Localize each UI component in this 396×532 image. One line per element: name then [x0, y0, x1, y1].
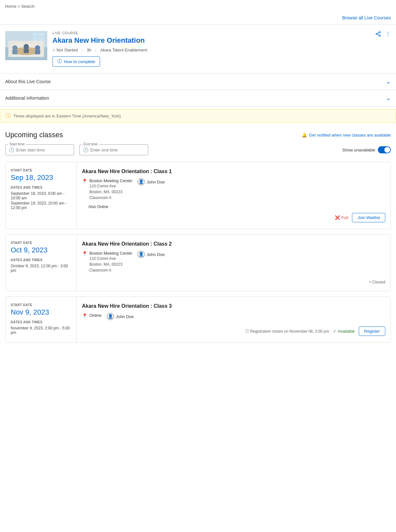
filters-row: Start time 🕐 End time 🕐 Show unavailable — [5, 144, 391, 155]
class-card-1: START DATE Sep 18, 2023 DATES AND TIMES … — [5, 162, 391, 229]
end-time-field: End time 🕐 — [79, 144, 148, 155]
class-2-dates-times-label: DATES AND TIMES — [11, 258, 71, 262]
class-3-date-col: START DATE Nov 9, 2023 DATES AND TIMES N… — [6, 297, 77, 342]
class-3-footer: ⓘ Registration closes on November 06, 2:… — [82, 323, 385, 336]
class-1-footer: ❌ Full Join Waitlist — [82, 209, 385, 222]
course-title: Akara New Hire Orientation — [52, 36, 391, 45]
class-2-name: Akara New Hire Orientation : Class 2 — [82, 241, 385, 247]
svg-point-14 — [376, 33, 378, 35]
breadcrumb-home[interactable]: Home — [5, 4, 17, 9]
class-3-dates-times-label: DATES AND TIMES — [11, 320, 71, 324]
top-bar: Browse all Live Courses — [0, 13, 396, 25]
class-3-start-date-label: START DATE — [11, 303, 71, 307]
accordion-additional-header[interactable]: Additional Information ⌄ — [0, 90, 396, 106]
toggle-switch[interactable] — [378, 146, 391, 153]
accordion-about: About this Live Course ⌄ — [0, 73, 396, 90]
class-2-instructor: 👤 John Doe — [138, 251, 165, 258]
meta-separator-1: | — [82, 48, 83, 52]
class-1-detail-col: Akara New Hire Orientation : Class 1 📍 B… — [77, 162, 390, 229]
course-provider: Akara Talent Enablement — [100, 48, 147, 52]
accordion-additional-chevron: ⌄ — [386, 94, 391, 102]
class-card-2: START DATE Oct 9, 2023 DATES AND TIMES O… — [5, 234, 391, 291]
class-3-datetime-1: November 9, 2023, 2:00 pm - 5:00 pm — [11, 326, 71, 335]
timezone-banner: ⓘ Times displayed are in Eastern Time (A… — [0, 109, 396, 123]
svg-point-8 — [35, 45, 40, 50]
class-3-start-date: Nov 9, 2023 — [11, 308, 71, 316]
class-3-reg-closes: ⓘ Registration closes on November 06, 2:… — [245, 328, 329, 334]
svg-rect-2 — [8, 41, 44, 57]
course-meta: Not Started | 3h | Akara Talent Enableme… — [52, 47, 391, 52]
class-3-detail-col: Akara New Hire Orientation : Class 3 📍 O… — [77, 297, 390, 342]
course-status: Not Started — [52, 47, 78, 52]
class-2-instructor-name: John Doe — [147, 252, 165, 257]
full-icon-1: ❌ — [335, 215, 340, 220]
class-2-location-row: 📍 Boston Meeting Center 110 Comm Ave Bos… — [82, 251, 385, 273]
course-type-label: LIVE COURSE — [52, 31, 391, 35]
class-2-location: 📍 Boston Meeting Center 110 Comm Ave Bos… — [82, 251, 132, 273]
svg-line-16 — [377, 34, 379, 35]
course-duration: 3h — [87, 48, 91, 52]
timezone-text: Times displayed are in Eastern Time (Ame… — [13, 114, 121, 118]
class-1-datetime-1: September 18, 2023, 9:00 am - 10:00 am — [11, 191, 71, 200]
instructor-icon-3: 👤 — [107, 313, 114, 320]
class-1-full-label: Full — [341, 215, 348, 220]
class-2-date-col: START DATE Oct 9, 2023 DATES AND TIMES O… — [6, 235, 77, 291]
accordion-about-label: About this Live Course — [5, 79, 51, 84]
info-icon-3: ⓘ — [245, 328, 249, 334]
class-1-location-name: Boston Meeting Center — [89, 178, 132, 183]
show-unavailable-label: Show unavailable — [342, 148, 375, 152]
svg-line-17 — [377, 33, 379, 34]
class-3-location: 📍 Online — [82, 313, 102, 318]
class-2-footer: ⩦ Closed — [82, 276, 385, 284]
register-button[interactable]: Register — [359, 327, 385, 336]
accordion: About this Live Course ⌄ Additional Info… — [0, 73, 396, 106]
accordion-about-header[interactable]: About this Live Course ⌄ — [0, 73, 396, 90]
notify-link[interactable]: 🔔 Get notified when new classes are avai… — [302, 133, 391, 138]
svg-rect-7 — [24, 49, 29, 53]
instructor-icon-1: 👤 — [138, 178, 145, 185]
class-1-instructor: 👤 John Doe — [138, 178, 165, 185]
svg-point-4 — [12, 45, 17, 50]
class-1-datetime-2: September 19, 2023, 10:00 am - 12:00 pm — [11, 201, 71, 210]
upcoming-title: Upcoming classes — [5, 131, 63, 139]
course-header: LIVE COURSE Akara New Hire Orientation N… — [0, 25, 396, 73]
more-options-icon[interactable] — [385, 31, 391, 38]
clock-icon-start: 🕐 — [9, 147, 14, 152]
end-time-border-label: End time — [82, 142, 99, 146]
start-time-border-label: Start time — [8, 142, 26, 146]
class-card-3: START DATE Nov 9, 2023 DATES AND TIMES N… — [5, 296, 391, 343]
start-time-input[interactable] — [16, 148, 71, 152]
class-2-start-date-label: START DATE — [11, 241, 71, 245]
svg-point-13 — [379, 32, 380, 33]
class-1-full-badge: ❌ Full — [335, 215, 348, 220]
svg-point-15 — [379, 35, 380, 37]
end-time-input[interactable] — [90, 148, 145, 152]
course-info: LIVE COURSE Akara New Hire Orientation N… — [52, 31, 391, 67]
class-1-location-row: 📍 Boston Meeting Center 110 Comm Ave Bos… — [82, 178, 385, 201]
notify-link-text: Get notified when new classes are availa… — [309, 133, 391, 138]
class-1-location: 📍 Boston Meeting Center 110 Comm Ave Bos… — [82, 178, 132, 201]
end-time-wrapper: End time 🕐 — [79, 144, 148, 155]
class-3-instructor-name: John Doe — [116, 314, 134, 319]
class-1-start-date-label: START DATE — [11, 169, 71, 172]
class-3-name: Akara New Hire Orientation : Class 3 — [82, 303, 385, 309]
svg-point-20 — [388, 35, 388, 36]
class-3-available-label: Available — [338, 329, 355, 334]
check-icon-3: ✓ — [333, 329, 336, 334]
share-icon[interactable] — [375, 31, 381, 38]
class-3-location-name: Online — [89, 313, 102, 318]
class-2-start-date: Oct 9, 2023 — [11, 246, 71, 254]
start-time-field: Start time 🕐 — [5, 144, 74, 155]
upcoming-header: Upcoming classes 🔔 Get notified when new… — [5, 131, 391, 139]
location-pin-icon-2: 📍 — [82, 251, 87, 256]
browse-live-courses-link[interactable]: Browse all Live Courses — [342, 15, 391, 20]
location-pin-icon-1: 📍 — [82, 179, 87, 184]
class-3-location-row: 📍 Online 👤 John Doe — [82, 313, 385, 320]
class-1-start-date: Sep 18, 2023 — [11, 173, 71, 182]
accordion-about-chevron: ⌄ — [386, 78, 391, 85]
class-1-location-address: 110 Comm Ave Boston, MA, 00223 Classroom… — [89, 183, 132, 201]
class-2-location-address: 110 Comm Ave Boston, MA, 00223 Classroom… — [89, 256, 132, 273]
join-waitlist-button[interactable]: Join Waitlist — [352, 213, 385, 222]
how-to-complete-button[interactable]: How to complete — [52, 56, 100, 67]
svg-rect-5 — [12, 50, 17, 54]
